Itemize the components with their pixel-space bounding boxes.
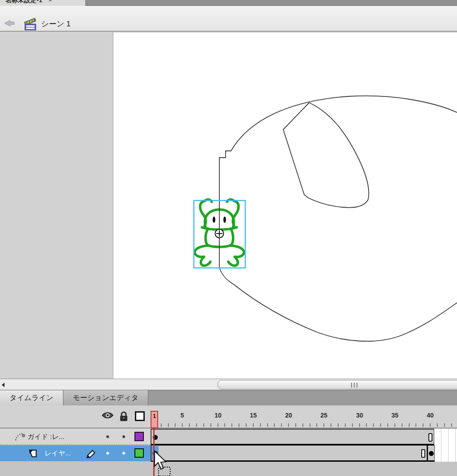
motion-path[interactable] <box>219 96 457 342</box>
back-arrow-icon[interactable] <box>3 19 15 28</box>
layer-visibility-dot[interactable] <box>106 452 109 455</box>
canvas-area <box>0 32 457 379</box>
ruler-label: 5 <box>180 412 184 419</box>
ruler-label: 20 <box>285 412 292 419</box>
layer-color-swatch[interactable] <box>134 448 144 458</box>
edit-bar: シーン 1 <box>0 6 457 32</box>
playhead[interactable]: 1 <box>151 411 158 428</box>
clapperboard-icon <box>23 17 37 31</box>
frames-grid[interactable] <box>151 429 457 462</box>
frame-ruler[interactable]: 5 10 15 20 25 30 35 40 <box>151 405 457 428</box>
keyframe-dot[interactable] <box>429 451 434 456</box>
lock-icon[interactable] <box>119 411 129 422</box>
ruler-label: 15 <box>250 412 257 419</box>
tab-timeline-label: タイムライン <box>9 393 53 403</box>
breadcrumb: シーン 1 <box>23 17 71 31</box>
registration-point[interactable] <box>215 230 224 238</box>
ruler-label: 10 <box>214 412 222 419</box>
drag-frames-cursor <box>149 449 175 476</box>
layer-lock-dot[interactable] <box>122 452 125 455</box>
layer-icon <box>28 448 38 459</box>
layer-lock-dot[interactable] <box>122 435 125 438</box>
tab-timeline[interactable]: タイムライン <box>0 390 63 405</box>
keyframe-cell[interactable] <box>427 445 435 462</box>
stage-artwork <box>0 32 457 379</box>
ruler-ticks <box>151 423 457 427</box>
tab-motion-editor-label: モーションエディタ <box>73 393 138 403</box>
document-tab[interactable]: 名称未設定-1× <box>0 0 86 6</box>
frame-row-guide[interactable] <box>151 429 457 445</box>
ruler-label: 30 <box>356 412 363 419</box>
ruler-label: 25 <box>320 412 327 419</box>
close-icon[interactable]: × <box>48 0 52 4</box>
guide-layer-icon <box>14 432 26 442</box>
timeline-empty-area <box>0 462 457 476</box>
layer-controls-header <box>0 405 151 428</box>
pencil-icon <box>84 449 96 459</box>
layer-name[interactable]: レイヤ... <box>45 449 71 458</box>
scrollbar-grip-icon <box>351 383 358 388</box>
layer-name[interactable]: ガイド :レ... <box>28 433 64 441</box>
scrollbar-thumb[interactable] <box>218 380 457 389</box>
scene-breadcrumb-label[interactable]: シーン 1 <box>41 19 71 29</box>
document-tab-bar: 名称未設定-1× <box>0 0 457 6</box>
current-frame-number: 1 <box>153 413 156 419</box>
end-frame-marker[interactable] <box>421 449 425 458</box>
layer-visibility-dot[interactable] <box>106 435 109 438</box>
layer-row-selected[interactable]: レイヤ... <box>0 445 151 461</box>
document-tab-label: 名称未設定-1 <box>5 0 42 4</box>
end-frame-marker[interactable] <box>428 433 432 442</box>
tab-motion-editor[interactable]: モーションエディタ <box>63 390 148 405</box>
ruler-label: 35 <box>391 412 398 419</box>
timeline-panel: 5 10 15 20 25 30 35 40 1 ガイド :レ... <box>0 405 457 476</box>
timeline-tab-bar: タイムライン モーションエディタ <box>0 390 457 405</box>
scroll-left-arrow-icon[interactable] <box>1 382 5 388</box>
frame-row-layer[interactable] <box>151 445 457 462</box>
frame-span[interactable] <box>151 445 427 462</box>
outline-box-icon[interactable] <box>135 411 145 421</box>
flash-application-window: 名称未設定-1× シーン 1 <box>0 0 457 476</box>
frame-span[interactable] <box>151 429 434 445</box>
eye-icon[interactable] <box>101 411 114 419</box>
layer-color-swatch[interactable] <box>134 432 144 441</box>
ruler-label: 40 <box>427 412 434 419</box>
horizontal-scrollbar[interactable] <box>0 379 457 390</box>
layer-row-guide[interactable]: ガイド :レ... <box>0 429 151 445</box>
